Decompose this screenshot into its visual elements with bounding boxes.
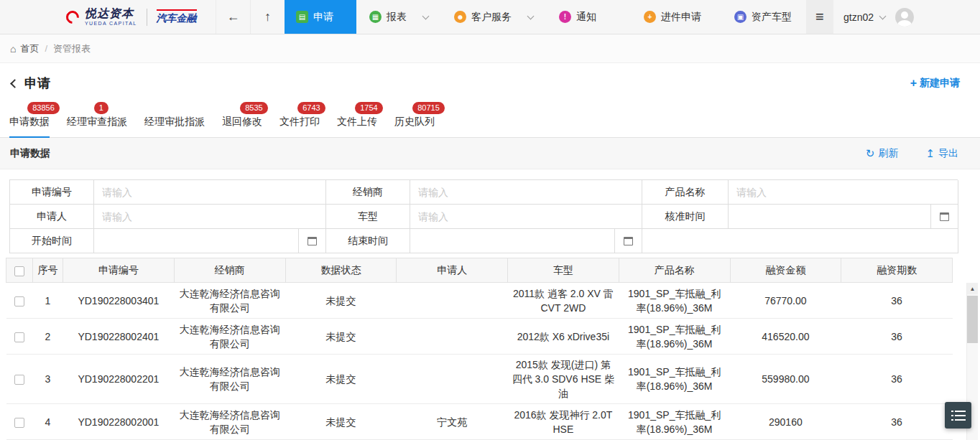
filter-label-end-time: 结束时间 [326,229,410,253]
table-row[interactable]: 2 YD190228002401 大连乾海经济信息咨询有限公司 未提交 2012… [6,319,953,355]
up-button[interactable]: ↑ [250,0,285,34]
tab-label: 经理审查指派 [67,116,127,127]
refresh-button[interactable]: ↻ 刷新 [866,147,899,160]
cell-amount: 290160 [730,404,841,440]
chevron-down-icon [879,12,887,19]
section-header: 申请数据 ↻ 刷新 ↥ 导出 [0,138,980,169]
checkbox-cell [6,283,33,319]
tab-badge: 1 [94,102,108,114]
row-checkbox[interactable] [14,418,24,428]
tab-file-upload[interactable]: 文件上传 1754 [337,116,377,137]
nav-item-notification[interactable]: ! 通知 [546,0,609,34]
tab-label: 退回修改 [222,116,262,127]
intake-apply-icon: + [644,11,656,23]
cell-periods: 36 [841,355,953,404]
dealer-input[interactable] [410,180,642,204]
section-actions: ↻ 刷新 ↥ 导出 [866,147,958,160]
cell-dealer: 大连乾海经济信息咨询有限公司 [174,319,285,355]
vehicle-input[interactable] [410,205,642,228]
nav-item-asset-vehicle[interactable]: ▣ 资产车型 [721,0,805,34]
back-button[interactable]: ← [216,0,250,34]
cell-dealer: 大连乾海经济信息咨询有限公司 [174,283,285,319]
cell-vehicle: 2011款 逍客 2.0 XV 雷 CVT 2WD [508,283,619,319]
calendar-button[interactable] [614,229,642,253]
application-window: 悦达资本 YUEDA CAPITAL 汽车金融 ← ↑ ▤ 申请 ▦ 报表 ☻ … [0,0,980,440]
start-time-input[interactable] [94,229,298,253]
home-icon: ⌂ [10,43,16,55]
quick-menu-button[interactable] [945,402,971,429]
tab-application-data[interactable]: 申请数据 83856 [9,116,50,138]
tab-history-queue[interactable]: 历史队列 80715 [394,116,435,137]
breadcrumb: ⌂ 首页 / 资管报表 [0,34,980,63]
apply-no-input[interactable] [94,180,325,204]
brand-text: 悦达资本 YUEDA CAPITAL [85,8,137,26]
table-row[interactable]: 3 YD190228002201 大连乾海经济信息咨询有限公司 未提交 2015… [6,355,953,404]
tab-badge: 83856 [27,102,60,114]
checkbox-cell [6,319,33,355]
cell-periods: 36 [841,283,953,319]
nav-item-label: 客户服务 [471,11,512,24]
brand-subtitle: 汽车金融 [157,9,197,25]
filter-label-vehicle: 车型 [326,205,410,229]
export-button[interactable]: ↥ 导出 [925,147,958,160]
filter-vehicle [410,205,642,229]
cell-amount: 416520.00 [730,319,841,355]
user-menu[interactable]: gtzn02 [833,0,895,34]
hamburger-icon: ≡ [815,9,824,25]
new-application-label: 新建申请 [920,77,960,90]
cell-dealer: 大连乾海经济信息咨询有限公司 [174,355,285,404]
filter-label-applicant: 申请人 [10,205,94,229]
cell-status: 未提交 [285,319,397,355]
avatar[interactable] [895,8,914,27]
calendar-button[interactable] [298,229,325,253]
menu-toggle-button[interactable]: ≡ [806,0,833,34]
tab-badge: 80715 [412,102,445,114]
tab-manager-approve-assign[interactable]: 经理审批指派 [144,116,205,137]
tab-label: 文件上传 [337,116,377,127]
tab-file-print[interactable]: 文件打印 6743 [279,116,320,137]
nav-item-label: 资产车型 [752,11,792,24]
calendar-button[interactable] [930,205,958,228]
filter-applicant [94,205,326,229]
data-table: 序号 申请编号 经销商 数据状态 申请人 车型 产品名称 融资金额 融资期数 1… [6,258,953,440]
breadcrumb-home[interactable]: 首页 [20,42,39,55]
table-row[interactable]: 4 YD190228002001 大连乾海经济信息咨询有限公司 未提交 宁文苑 … [6,404,953,440]
table-row[interactable]: 1 YD190228003401 大连乾海经济信息咨询有限公司 未提交 2011… [6,283,953,319]
nav-item-apply[interactable]: ▤ 申请 [285,0,356,34]
filter-product-name [729,180,958,205]
cell-seq: 4 [33,404,63,440]
end-time-input[interactable] [410,229,614,253]
nav-item-report[interactable]: ▦ 报表 [356,0,441,34]
nav-item-intake-apply[interactable]: + 进件申请 [631,0,714,34]
applicant-input[interactable] [94,205,325,228]
row-checkbox[interactable] [14,296,24,306]
tab-manager-review-assign[interactable]: 经理审查指派 1 [67,116,127,137]
new-application-button[interactable]: + 新建申请 [910,77,960,90]
tab-badge: 1754 [355,102,382,114]
refresh-icon: ↻ [866,147,875,160]
cell-amount: 76770.00 [730,283,841,319]
nav-item-label: 通知 [576,11,596,24]
section-title: 申请数据 [10,147,50,160]
row-checkbox[interactable] [14,332,24,342]
tab-return-modify[interactable]: 退回修改 8535 [222,116,262,137]
list-icon [951,410,966,421]
asset-vehicle-icon: ▣ [734,11,746,23]
row-checkbox[interactable] [14,375,24,385]
scrollbar-thumb[interactable] [967,296,978,343]
header-checkbox-cell [6,258,33,283]
up-arrow-icon: ↑ [264,9,271,24]
customer-service-icon: ☻ [454,11,466,23]
approve-time-input[interactable] [729,205,930,228]
cell-vehicle: 2015款 发现(进口) 第四代 3.0 SDV6 HSE 柴油 [508,355,619,404]
select-all-checkbox[interactable] [14,266,24,276]
breadcrumb-current: 资管报表 [53,42,91,55]
chevron-left-icon[interactable] [10,79,19,88]
cell-apply-no: YD190228003401 [63,283,175,319]
scroll-up-button[interactable]: ▲ [967,283,978,294]
filter-label-product-name: 产品名称 [642,180,729,205]
page-header: 申请 + 新建申请 [0,63,980,103]
cell-seq: 2 [33,319,63,355]
nav-item-customer-service[interactable]: ☻ 客户服务 [441,0,546,34]
product-name-input[interactable] [729,180,958,204]
